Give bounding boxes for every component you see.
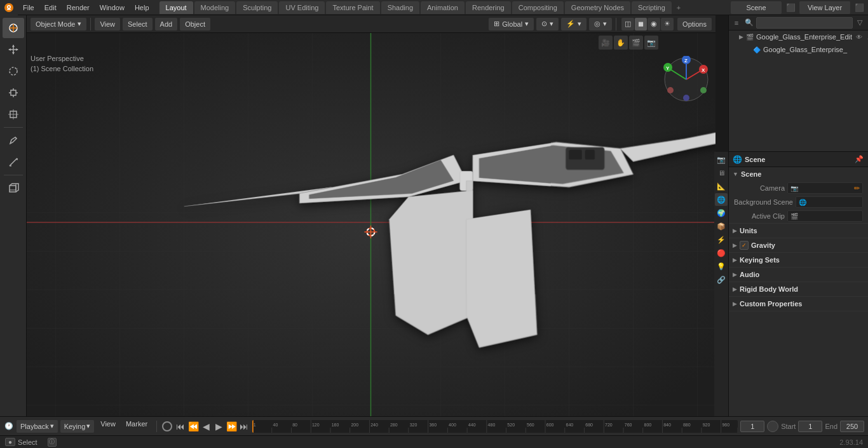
outliner-search-input[interactable] (756, 17, 853, 29)
svg-point-70 (683, 95, 689, 101)
camera-flip-btn[interactable]: 🎬 (629, 36, 643, 50)
props-viewlayer-icon[interactable]: 📐 (715, 180, 728, 193)
select-menu[interactable]: Select (123, 18, 153, 31)
props-object-icon[interactable]: 📦 (715, 220, 728, 233)
playback-menu[interactable]: Playback▾ (17, 420, 58, 433)
transform-pivot[interactable]: ⊙▾ (536, 18, 559, 31)
properties-pin[interactable]: 📌 (854, 154, 864, 165)
props-particles-icon[interactable]: 🔴 (715, 247, 728, 259)
step-back-btn[interactable]: ⏪ (187, 421, 199, 432)
props-scene-header[interactable]: ▼ Scene (729, 167, 868, 181)
step-forward-btn[interactable]: ⏩ (226, 421, 237, 432)
props-units-header[interactable]: ▶ Units (729, 224, 868, 238)
tab-compositing[interactable]: Compositing (512, 1, 564, 14)
props-physics-icon[interactable]: 💡 (715, 260, 728, 273)
tab-uv-editing[interactable]: UV Editing (279, 1, 325, 14)
jump-end-btn[interactable]: ⏭ (238, 421, 250, 432)
props-output-icon[interactable]: 🖥 (715, 166, 728, 179)
menu-file[interactable]: File (18, 0, 39, 15)
tab-modeling[interactable]: Modeling (194, 1, 236, 14)
tab-sculpting[interactable]: Sculpting (236, 1, 278, 14)
timeline-marker-menu[interactable]: Marker (122, 420, 151, 433)
jump-start-btn[interactable]: ⏮ (175, 421, 186, 432)
tab-shading[interactable]: Shading (381, 1, 419, 14)
object-menu[interactable]: Object (180, 18, 210, 31)
viewport[interactable]: Object Mode ▾ View Select Add Object ⊞ G… (27, 15, 715, 429)
nav-gizmo[interactable]: X Y Z (663, 56, 710, 104)
proportional-toggle[interactable]: ◎▾ (589, 18, 612, 31)
transform-tool[interactable] (3, 104, 24, 125)
add-menu[interactable]: Add (155, 18, 178, 31)
scene-expand-icon[interactable]: ⬛ (784, 1, 797, 14)
props-audio-header[interactable]: ▶ Audio (729, 268, 868, 282)
rotate-tool[interactable] (3, 61, 24, 81)
menu-render[interactable]: Render (62, 0, 95, 15)
play-back-btn[interactable]: ◀ (200, 421, 212, 432)
camera-value[interactable]: 📷 ✏ (787, 182, 863, 194)
start-frame-input[interactable] (798, 421, 822, 432)
props-keying-header[interactable]: ▶ Keying Sets (729, 253, 868, 267)
menu-edit[interactable]: Edit (39, 0, 62, 15)
options-dropdown[interactable]: Options (677, 18, 712, 31)
outliner-item-glasses-edit[interactable]: ▶ 🎬 Google_Glass_Enterprise_Edit 👁 ↗ 📷 (729, 31, 868, 43)
outliner-item-glasses[interactable]: 🔷 Google_Glass_Enterprise_ (729, 43, 868, 56)
timeline-mode-icon[interactable]: 🕐 (4, 421, 14, 431)
props-scene-icon[interactable]: 🌐 (715, 193, 728, 206)
view-layer-expand-icon[interactable]: ⬛ (853, 1, 865, 14)
outliner-search-icon[interactable]: 🔍 (743, 17, 755, 29)
audio-scrub-btn[interactable] (162, 421, 172, 431)
item-1-select[interactable]: ↗ (865, 32, 868, 41)
keying-menu[interactable]: Keying▾ (60, 420, 95, 433)
wireframe-shading[interactable]: ◫ (621, 18, 634, 31)
tab-rendering[interactable]: Rendering (466, 1, 511, 14)
tab-animation[interactable]: Animation (421, 1, 465, 14)
add-workspace-button[interactable]: + (673, 3, 684, 13)
menu-help[interactable]: Help (130, 0, 154, 15)
viewport-gizmo-btn[interactable]: ✋ (614, 36, 628, 50)
background-scene-value[interactable]: 🌐 (796, 196, 863, 208)
time-display-btn[interactable] (767, 421, 778, 432)
view-layer-selector[interactable]: View Layer (799, 1, 850, 14)
props-world-icon[interactable]: 🌍 (715, 207, 728, 219)
object-mode-dropdown[interactable]: Object Mode ▾ (31, 18, 86, 31)
scene-selector[interactable]: Scene (731, 1, 782, 14)
active-clip-value[interactable]: 🎬 (787, 210, 863, 222)
cursor-tool[interactable] (3, 18, 24, 38)
solid-shading[interactable]: ◼ (635, 18, 647, 31)
props-custom-header[interactable]: ▶ Custom Properties (729, 297, 868, 311)
timeline-scrubber[interactable]: 1 40 80 120 160 200 240 280 320 360 400 … (252, 420, 738, 433)
props-render-icon[interactable]: 📷 (715, 153, 728, 166)
tab-layout[interactable]: Layout (159, 1, 193, 14)
move-tool[interactable] (3, 39, 24, 60)
view-menu[interactable]: View (95, 18, 120, 31)
tab-scripting[interactable]: Scripting (632, 1, 672, 14)
props-rigidbody-header[interactable]: ▶ Rigid Body World (729, 282, 868, 296)
play-btn[interactable]: ▶ (213, 421, 224, 432)
menu-window[interactable]: Window (95, 0, 130, 15)
timeline-view-menu[interactable]: View (97, 420, 119, 433)
camera-view-btn[interactable]: 🎥 (599, 36, 613, 50)
outliner-filter-icon[interactable]: ▽ (854, 17, 865, 29)
outliner-icon-1[interactable]: ≡ (731, 17, 742, 29)
annotate-tool[interactable] (3, 130, 24, 151)
item-1-visibility[interactable]: 👁 (855, 32, 864, 41)
viewport-canvas[interactable]: User Perspective (1) Scene Collection X … (27, 33, 715, 429)
snap-camera-btn[interactable]: 📷 (644, 36, 658, 50)
props-modifier-icon[interactable]: ⚡ (715, 233, 728, 246)
transform-global[interactable]: ⊞ Global ▾ (489, 18, 534, 31)
blender-logo[interactable] (0, 0, 18, 15)
add-cube-tool[interactable] (3, 178, 24, 198)
scale-tool[interactable] (3, 83, 24, 103)
render-preview[interactable]: ☀ (661, 18, 674, 31)
props-gravity-header[interactable]: ▶ ✓ Gravity (729, 238, 868, 252)
props-constraints-icon[interactable]: 🔗 (715, 273, 728, 286)
gravity-checkbox[interactable]: ✓ (740, 241, 749, 250)
tab-texture-paint[interactable]: Texture Paint (326, 1, 379, 14)
tab-geometry-nodes[interactable]: Geometry Nodes (565, 1, 630, 14)
end-frame-input[interactable] (840, 421, 864, 432)
measure-tool[interactable] (3, 152, 24, 172)
current-frame-input[interactable] (740, 421, 764, 432)
snap-toggle[interactable]: ⚡▾ (561, 18, 587, 31)
info-icon[interactable]: ⓘ (48, 438, 57, 447)
material-preview[interactable]: ◉ (648, 18, 660, 31)
